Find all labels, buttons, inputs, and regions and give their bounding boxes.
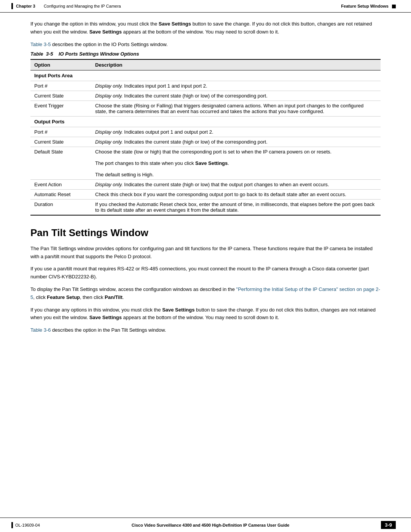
bold-feature-setup: Feature Setup [47, 294, 80, 300]
desc-port-hash-input: Display only. Indicates input port 1 and… [91, 81, 381, 91]
pan-tilt-para-4: If you change any options in this window… [30, 306, 381, 322]
pan-tilt-para-1: The Pan Tilt Settings window provides op… [30, 245, 381, 261]
io-ports-table: Option Description Input Ports Area Port… [30, 59, 381, 216]
section-header-output-ports: Output Ports [30, 116, 381, 127]
bold-save-settings-2: Save Settings [89, 29, 122, 35]
intro-paragraph-1: If you change the option in this window,… [30, 20, 381, 36]
page-header: Chapter 3 Configuring and Managing the I… [0, 0, 411, 13]
footer-bar-icon [11, 522, 13, 528]
table-3-5-link[interactable]: Table 3-5 [30, 42, 51, 47]
chapter-label: Chapter 3 [16, 4, 35, 8]
bold-save-settings-1: Save Settings [159, 21, 191, 27]
pan-tilt-para-3: To display the Pan Tilt Settings window,… [30, 286, 381, 302]
chapter-title: Configuring and Managing the IP Camera [44, 4, 121, 8]
footer-book-title: Cisco Video Surveillance 4300 and 4500 H… [40, 523, 381, 527]
option-port-hash-input: Port # [30, 81, 91, 91]
bold-save-settings-pan1: Save Settings [162, 307, 194, 313]
option-current-state-output: Current State [30, 137, 91, 147]
section-label-input-ports: Input Ports Area [30, 70, 381, 81]
desc-automatic-reset: Check this check box if you want the cor… [91, 189, 381, 199]
table-3-6-link[interactable]: Table 3-6 [30, 327, 51, 333]
table-row: Duration If you checked the Automatic Re… [30, 199, 381, 215]
option-port-hash-output: Port # [30, 127, 91, 137]
desc-event-action: Display only. Indicates the current stat… [91, 179, 381, 189]
table-row: Event Trigger Choose the state (Rising o… [30, 101, 381, 116]
table-ref-line: Table 3-5 describes the option in the IO… [30, 42, 381, 47]
desc-current-state-output: Display only. Indicates the current stat… [91, 137, 381, 147]
header-left: Chapter 3 Configuring and Managing the I… [11, 3, 121, 9]
option-default-state: Default State [30, 147, 91, 179]
pan-tilt-table-ref: Table 3-6 describes the option in the Pa… [30, 326, 381, 334]
bold-pan-tilt: Pan/Tilt [105, 294, 123, 300]
page-footer: OL-19609-04 Cisco Video Surveillance 430… [0, 518, 411, 532]
pan-tilt-heading: Pan Tilt Settings Window [30, 227, 381, 239]
option-event-trigger: Event Trigger [30, 101, 91, 116]
desc-event-trigger: Choose the state (Rising or Falling) tha… [91, 101, 381, 116]
option-automatic-reset: Automatic Reset [30, 189, 91, 199]
desc-default-state: Choose the state (low or high) that the … [91, 147, 381, 179]
table-row: Port # Display only. Indicates output po… [30, 127, 381, 137]
bold-save-settings-pan2: Save Settings [89, 315, 122, 320]
table-row: Default State Choose the state (low or h… [30, 147, 381, 179]
section-header-input-ports: Input Ports Area [30, 70, 381, 81]
table-row: Automatic Reset Check this check box if … [30, 189, 381, 199]
table-row: Current State Display only. Indicates th… [30, 137, 381, 147]
main-content: If you change the option in this window,… [0, 13, 411, 347]
table-title: Table 3-5 IO Ports Settings Window Optio… [30, 51, 381, 57]
option-event-action: Event Action [30, 179, 91, 189]
desc-current-state-input: Display only. Indicates the current stat… [91, 91, 381, 101]
table-row: Current State Display only. Indicates th… [30, 91, 381, 101]
desc-port-hash-output: Display only. Indicates output port 1 an… [91, 127, 381, 137]
header-bar-icon [11, 3, 13, 9]
initial-setup-link[interactable]: "Performing the Initial Setup of the IP … [30, 286, 380, 300]
bold-save-settings-default-state: Save Settings [195, 160, 228, 166]
col-desc-header: Description [91, 59, 381, 70]
header-square-icon [392, 5, 396, 8]
pan-tilt-para-2: If you use a pan/tilt mount that require… [30, 265, 381, 281]
footer-left: OL-19609-04 [11, 522, 40, 528]
section-title: Feature Setup Windows [341, 4, 389, 8]
footer-doc-number: OL-19609-04 [15, 523, 40, 527]
option-current-state-input: Current State [30, 91, 91, 101]
table-header-row: Option Description [30, 59, 381, 70]
header-right: Feature Setup Windows [341, 4, 396, 8]
desc-duration: If you checked the Automatic Reset check… [91, 199, 381, 215]
table-row: Event Action Display only. Indicates the… [30, 179, 381, 189]
option-duration: Duration [30, 199, 91, 215]
col-option-header: Option [30, 59, 91, 70]
table-row: Port # Display only. Indicates input por… [30, 81, 381, 91]
section-label-output-ports: Output Ports [30, 116, 381, 127]
footer-page-number: 3-9 [381, 521, 396, 529]
